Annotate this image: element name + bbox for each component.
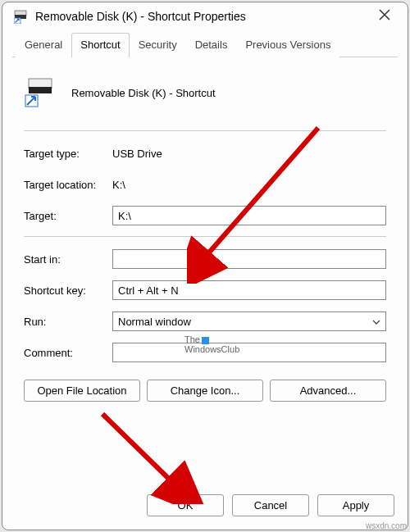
target-type-label: Target type: (24, 148, 112, 160)
tab-previous-versions[interactable]: Previous Versions (236, 33, 339, 57)
header-row: Removable Disk (K) - Shortcut (24, 75, 386, 111)
shortcut-key-label: Shortcut key: (24, 284, 112, 297)
change-icon-button[interactable]: Change Icon... (147, 380, 263, 402)
advanced-button[interactable]: Advanced... (270, 380, 386, 402)
drive-shortcut-icon (14, 9, 29, 24)
start-in-row: Start in: (24, 248, 386, 270)
shortcut-key-input[interactable] (112, 280, 386, 300)
target-location-row: Target location: K:\ (24, 174, 386, 195)
tab-details[interactable]: Details (186, 33, 237, 57)
run-row: Run: Normal window (24, 311, 386, 332)
target-label: Target: (24, 210, 112, 222)
svg-rect-4 (29, 87, 52, 93)
action-buttons-row: Open File Location Change Icon... Advanc… (24, 380, 386, 402)
start-in-input[interactable] (112, 249, 386, 269)
comment-input[interactable] (112, 343, 386, 362)
watermark: The WindowsClub (184, 334, 239, 354)
watermark-square-icon (202, 337, 209, 344)
tab-row: General Shortcut Security Details Previo… (12, 32, 398, 57)
target-location-value: K:\ (112, 179, 386, 191)
close-icon (379, 9, 390, 20)
close-button[interactable] (373, 9, 396, 24)
target-type-row: Target type: USB Drive (24, 143, 386, 164)
shortcut-name: Removable Disk (K) - Shortcut (71, 87, 216, 99)
target-row: Target: (24, 205, 386, 226)
divider (24, 236, 386, 237)
window-title: Removable Disk (K) - Shortcut Properties (35, 10, 373, 23)
chevron-down-icon (372, 316, 380, 326)
titlebar: Removable Disk (K) - Shortcut Properties (2, 2, 408, 29)
run-value: Normal window (118, 316, 191, 328)
target-type-value: USB Drive (112, 148, 386, 160)
run-label: Run: (24, 316, 112, 328)
run-select[interactable]: Normal window (112, 311, 386, 331)
open-file-location-button[interactable]: Open File Location (24, 380, 140, 402)
target-input[interactable] (112, 206, 386, 225)
cancel-button[interactable]: Cancel (232, 494, 309, 516)
source-watermark: wsxdn.com (366, 521, 407, 530)
target-location-label: Target location: (24, 179, 112, 191)
tab-shortcut[interactable]: Shortcut (71, 33, 129, 57)
ok-button[interactable]: OK (147, 494, 224, 516)
drive-shortcut-large-icon (24, 75, 57, 111)
properties-window: Removable Disk (K) - Shortcut Properties… (2, 2, 408, 530)
tab-general[interactable]: General (16, 33, 71, 57)
tab-security[interactable]: Security (130, 33, 186, 57)
apply-button[interactable]: Apply (317, 494, 394, 516)
divider (24, 130, 386, 131)
dialog-buttons: OK Cancel Apply (2, 484, 408, 530)
comment-label: Comment: (24, 347, 112, 359)
shortcut-panel: Removable Disk (K) - Shortcut Target typ… (2, 57, 408, 484)
shortcut-key-row: Shortcut key: (24, 280, 386, 301)
start-in-label: Start in: (24, 253, 112, 266)
